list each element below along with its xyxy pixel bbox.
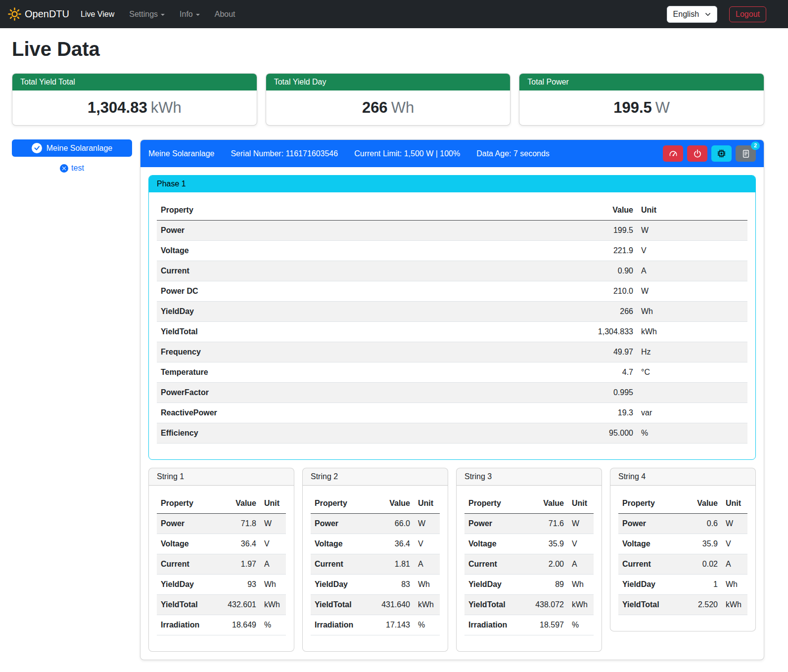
value-cell: 66.0 bbox=[369, 514, 414, 534]
property-cell: Efficiency bbox=[157, 423, 444, 444]
page-title: Live Data bbox=[12, 38, 776, 60]
table-row: YieldTotal1,304.833kWh bbox=[157, 322, 747, 342]
value-cell: 4.7 bbox=[444, 362, 637, 383]
speedometer-icon bbox=[669, 149, 678, 158]
language-select[interactable]: English bbox=[667, 6, 717, 23]
string-card-2: String 2 Property Value Unit bbox=[302, 468, 448, 652]
inverter-serial: Serial Number: 116171603546 bbox=[231, 149, 338, 158]
test-inverter-link[interactable]: test bbox=[12, 164, 132, 173]
total-value: 199.5 bbox=[613, 99, 652, 116]
value-cell: 71.6 bbox=[522, 514, 568, 534]
property-cell: Current bbox=[464, 554, 522, 575]
table-row: Voltage35.9V bbox=[618, 534, 747, 554]
table-row: YieldDay83Wh bbox=[311, 575, 440, 595]
language-select-value: English bbox=[673, 10, 699, 19]
value-cell: 432.601 bbox=[215, 595, 260, 615]
unit-cell: % bbox=[568, 615, 594, 635]
value-header: Value bbox=[444, 200, 637, 221]
phase-card-body: Property Value Unit Power199.5WVoltage22… bbox=[149, 192, 755, 459]
logout-button[interactable]: Logout bbox=[729, 6, 766, 22]
string-card-title: String 1 bbox=[149, 468, 294, 486]
nav-item-info[interactable]: Info bbox=[172, 6, 207, 23]
dropdown-caret-icon bbox=[196, 14, 200, 16]
value-cell: 71.8 bbox=[215, 514, 260, 534]
table-row: Frequency49.97Hz bbox=[157, 342, 747, 362]
unit-cell: Hz bbox=[637, 342, 747, 362]
unit-cell: kWh bbox=[260, 595, 286, 615]
table-row: Current2.00A bbox=[464, 554, 594, 575]
property-cell: Current bbox=[157, 554, 215, 575]
table-row: Current1.81A bbox=[311, 554, 440, 575]
unit-header: Unit bbox=[414, 493, 440, 514]
nav-item-live-view[interactable]: Live View bbox=[73, 6, 122, 23]
value-cell: 431.640 bbox=[369, 595, 414, 615]
value-cell: 438.072 bbox=[522, 595, 568, 615]
value-cell: 35.9 bbox=[522, 534, 568, 554]
value-cell: 83 bbox=[369, 575, 414, 595]
value-cell: 266 bbox=[444, 302, 637, 322]
main-row: Meine Solaranlage test Meine Solaranlage… bbox=[12, 139, 764, 660]
property-cell: Power bbox=[157, 221, 444, 241]
property-cell: Current bbox=[618, 554, 682, 575]
nav-links: Live View Settings Info About bbox=[73, 6, 243, 23]
total-card-header: Total Yield Day bbox=[266, 74, 510, 90]
string-table: Property Value Unit Power71.8WVoltage36.… bbox=[157, 493, 286, 635]
brand[interactable]: OpenDTU bbox=[8, 7, 69, 21]
unit-cell: A bbox=[722, 554, 747, 575]
nav-item-about[interactable]: About bbox=[207, 6, 243, 23]
table-row: Irradiation18.597% bbox=[464, 615, 594, 635]
total-card-body: 266Wh bbox=[266, 90, 510, 125]
property-cell: Irradiation bbox=[157, 615, 215, 635]
limit-settings-button[interactable] bbox=[663, 145, 683, 162]
table-row: YieldDay93Wh bbox=[157, 575, 286, 595]
table-header-row: Property Value Unit bbox=[311, 493, 440, 514]
value-cell: 89 bbox=[522, 575, 568, 595]
nav-item-settings[interactable]: Settings bbox=[122, 6, 172, 23]
property-header: Property bbox=[311, 493, 369, 514]
table-row: YieldTotal438.072kWh bbox=[464, 595, 594, 615]
journal-icon bbox=[742, 149, 750, 158]
value-cell: 19.3 bbox=[444, 403, 637, 423]
total-value: 266 bbox=[362, 99, 388, 116]
string-card-body: Property Value Unit Power0.6WVoltage35.9… bbox=[610, 486, 755, 631]
unit-cell: A bbox=[260, 554, 286, 575]
unit-cell: V bbox=[722, 534, 747, 554]
value-header: Value bbox=[369, 493, 414, 514]
brand-label: OpenDTU bbox=[25, 8, 69, 20]
value-cell: 210.0 bbox=[444, 281, 637, 302]
table-row: Current1.97A bbox=[157, 554, 286, 575]
value-cell: 18.649 bbox=[215, 615, 260, 635]
table-row: Power DC210.0W bbox=[157, 281, 747, 302]
unit-header: Unit bbox=[260, 493, 286, 514]
value-cell: 18.597 bbox=[522, 615, 568, 635]
power-button[interactable] bbox=[687, 145, 707, 162]
unit-cell: Wh bbox=[414, 575, 440, 595]
phase-table: Property Value Unit Power199.5WVoltage22… bbox=[157, 200, 747, 444]
table-row: YieldTotal431.640kWh bbox=[311, 595, 440, 615]
phase-card-title: Phase 1 bbox=[149, 176, 755, 192]
device-info-button[interactable] bbox=[711, 145, 732, 162]
unit-cell: V bbox=[637, 241, 747, 261]
total-yield-day-card: Total Yield Day 266Wh bbox=[266, 73, 511, 126]
value-header: Value bbox=[522, 493, 568, 514]
value-cell: 17.143 bbox=[369, 615, 414, 635]
table-body: Power71.8WVoltage36.4VCurrent1.97AYieldD… bbox=[157, 514, 286, 635]
total-power-card: Total Power 199.5W bbox=[519, 73, 764, 126]
property-cell: YieldDay bbox=[157, 302, 444, 322]
navbar: OpenDTU Live View Settings Info About En… bbox=[0, 0, 788, 28]
table-row: Efficiency95.000% bbox=[157, 423, 747, 444]
unit-header: Unit bbox=[722, 493, 747, 514]
property-cell: Irradiation bbox=[464, 615, 522, 635]
property-cell: Voltage bbox=[311, 534, 369, 554]
totals-row: Total Yield Total 1,304.83kWh Total Yiel… bbox=[12, 73, 764, 126]
table-header-row: Property Value Unit bbox=[618, 493, 747, 514]
value-cell: 1.97 bbox=[215, 554, 260, 575]
inverter-select-button[interactable]: Meine Solaranlage bbox=[12, 139, 132, 157]
string-card-body: Property Value Unit Power71.6WVoltage35.… bbox=[457, 486, 602, 651]
value-header: Value bbox=[215, 493, 260, 514]
event-log-button[interactable]: 2 bbox=[736, 145, 756, 162]
table-row: Power71.6W bbox=[464, 514, 594, 534]
property-header: Property bbox=[464, 493, 522, 514]
unit-cell: A bbox=[414, 554, 440, 575]
property-cell: Voltage bbox=[464, 534, 522, 554]
